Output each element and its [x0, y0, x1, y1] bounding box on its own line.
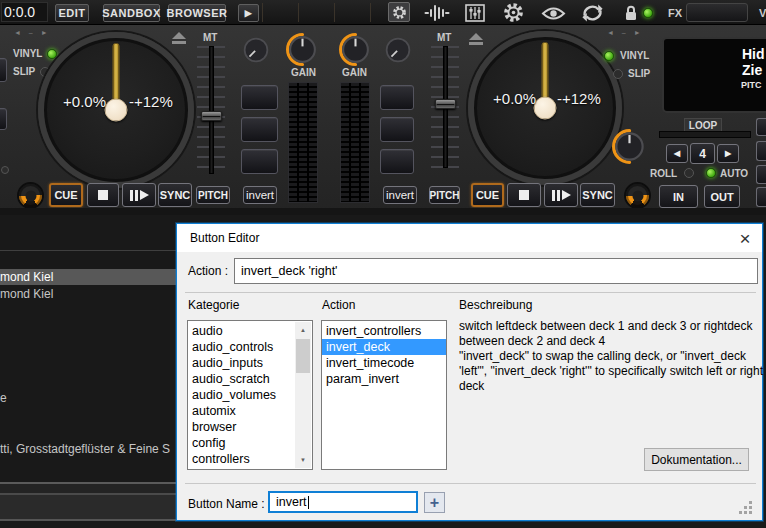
- pad-button[interactable]: [380, 149, 414, 174]
- filter-knob-right[interactable]: [612, 129, 647, 168]
- pad-button[interactable]: [380, 117, 414, 142]
- kategorie-item[interactable]: audio_controls: [188, 339, 295, 355]
- resize-grip[interactable]: [749, 501, 752, 504]
- mixer-icon[interactable]: [463, 3, 487, 22]
- invert-button-left[interactable]: invert: [243, 186, 277, 204]
- kategorie-item[interactable]: controllers: [188, 451, 295, 467]
- kategorie-item[interactable]: browser: [188, 419, 295, 435]
- toolbar-separator: [262, 3, 263, 22]
- pad-button[interactable]: [380, 85, 414, 110]
- action-field-label: Action :: [188, 264, 228, 278]
- close-icon[interactable]: ×: [728, 224, 762, 252]
- beschreibung-column-label: Beschreibung: [459, 298, 532, 312]
- sync-button-left[interactable]: SYNC: [158, 183, 192, 207]
- footer-band: [0, 495, 177, 519]
- knob-small-left[interactable]: [242, 36, 270, 68]
- gain-knob-right[interactable]: [339, 33, 372, 70]
- cue-indicator-left[interactable]: [17, 182, 44, 209]
- loop-progress-bar: [659, 131, 751, 138]
- fx-selector[interactable]: [686, 3, 748, 22]
- slip-label-left[interactable]: SLIP: [13, 66, 35, 77]
- eye-icon[interactable]: [540, 5, 566, 21]
- sync-button-right[interactable]: SYNC: [580, 183, 615, 207]
- pitch-fader-left[interactable]: [209, 46, 214, 174]
- stop-button-right[interactable]: [507, 183, 541, 207]
- loop-beats-value[interactable]: 4: [690, 143, 715, 164]
- status-led: [643, 8, 653, 18]
- action-item[interactable]: param_invert: [322, 371, 446, 387]
- roll-label[interactable]: ROLL: [650, 168, 677, 179]
- kategorie-item[interactable]: config: [188, 435, 295, 451]
- jog-wheel-left[interactable]: +0.0% -+12%: [38, 32, 194, 188]
- playlist-row[interactable]: e: [0, 390, 177, 405]
- sandbox-button[interactable]: SANDBOX: [103, 4, 160, 22]
- pitch-button-right[interactable]: PITCH: [429, 186, 460, 204]
- pitch-fader-handle-right[interactable]: [435, 99, 456, 109]
- pad-button[interactable]: [241, 149, 278, 174]
- cue-button-right[interactable]: CUE: [471, 183, 504, 207]
- pad-button[interactable]: [241, 117, 278, 142]
- gear-icon[interactable]: [500, 2, 526, 23]
- auto-label[interactable]: AUTO: [720, 168, 748, 179]
- loop-half-button[interactable]: ◀: [666, 144, 688, 163]
- action-input[interactable]: invert_deck 'right': [234, 258, 758, 284]
- edit-button[interactable]: EDIT: [55, 4, 89, 22]
- scroll-down-icon[interactable]: ▼: [295, 452, 311, 468]
- kategorie-item[interactable]: automix: [188, 403, 295, 419]
- playlist-row-selected[interactable]: mond Kiel: [0, 269, 177, 285]
- cue-button-left[interactable]: CUE: [49, 183, 83, 207]
- invert-button-right[interactable]: invert: [383, 186, 417, 204]
- pause-play-button-left[interactable]: [122, 183, 156, 207]
- vinyl-label-right[interactable]: VINYL: [620, 50, 649, 61]
- eject-button-left[interactable]: [172, 32, 186, 44]
- pause-icon: [552, 190, 555, 201]
- eject-button-right[interactable]: [469, 33, 483, 45]
- knob-small-right[interactable]: [384, 36, 412, 68]
- cue-indicator-right[interactable]: [624, 182, 651, 209]
- refresh-icon[interactable]: [580, 2, 605, 23]
- action-item-selected[interactable]: invert_deck: [322, 339, 446, 355]
- button-name-input[interactable]: invert: [268, 491, 418, 513]
- slip-label-right[interactable]: SLIP: [628, 68, 650, 79]
- stop-button-left[interactable]: [87, 183, 119, 207]
- dialog-titlebar[interactable]: Button Editor ×: [177, 224, 762, 252]
- list-divider: [0, 250, 177, 251]
- pitch-button-left[interactable]: PITCH: [196, 186, 230, 204]
- button-name-label: Button Name :: [188, 497, 265, 511]
- scroll-up-icon[interactable]: ▲: [295, 322, 311, 338]
- loop-double-button[interactable]: ▶: [717, 144, 739, 163]
- kategorie-listbox[interactable]: audio audio_controls audio_inputs audio_…: [187, 320, 313, 470]
- pause-play-button-right[interactable]: [544, 183, 578, 207]
- add-button[interactable]: +: [424, 492, 445, 513]
- playlist-row[interactable]: mond Kiel: [0, 286, 177, 301]
- pitch-bend-arrows-right[interactable]: ◄ ‒ ►: [607, 29, 644, 36]
- kategorie-item[interactable]: audio: [188, 323, 295, 339]
- loop-out-button[interactable]: OUT: [704, 185, 740, 208]
- kategorie-scrollbar[interactable]: ▲ ▼: [295, 322, 311, 468]
- gain-knob-left[interactable]: [286, 33, 319, 70]
- kategorie-item[interactable]: audio_volumes: [188, 387, 295, 403]
- waveform-icon[interactable]: [423, 3, 451, 22]
- jog-wheel-right[interactable]: +0.0% -+12%: [468, 31, 622, 185]
- action-item[interactable]: invert_timecode: [322, 355, 446, 371]
- scrollbar-thumb[interactable]: [296, 339, 310, 373]
- action-item[interactable]: invert_controllers: [322, 323, 446, 339]
- play-button[interactable]: ▶: [238, 4, 259, 22]
- kategorie-item[interactable]: audio_scratch: [188, 371, 295, 387]
- pitch-fader-handle-left[interactable]: [201, 111, 222, 121]
- stop-icon: [98, 190, 108, 200]
- loop-in-button[interactable]: IN: [659, 185, 698, 208]
- settings-small-button[interactable]: [388, 2, 410, 22]
- play-icon: [562, 190, 571, 200]
- vinyl-led-right: [604, 51, 614, 61]
- playlist-row[interactable]: tti, Grosstadtgeflüster & Feine S: [0, 441, 177, 456]
- lock-icon[interactable]: [622, 3, 639, 22]
- browser-button[interactable]: BROWSER: [168, 4, 226, 22]
- dokumentation-button[interactable]: Dokumentation...: [644, 448, 749, 471]
- pitch-bend-arrows-left[interactable]: ◄ ‒ ►: [14, 29, 51, 36]
- kategorie-item[interactable]: audio_inputs: [188, 355, 295, 371]
- action-listbox[interactable]: invert_controllers invert_deck invert_ti…: [321, 320, 447, 470]
- track-info-display: Hid Zie PITC: [662, 37, 766, 113]
- pad-button[interactable]: [241, 85, 278, 110]
- vinyl-label-left[interactable]: VINYL: [13, 48, 42, 59]
